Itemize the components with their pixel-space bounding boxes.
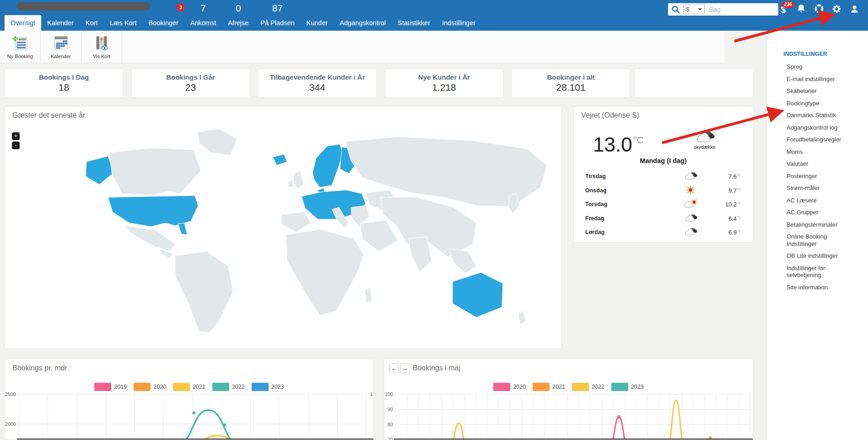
tab-label: Statistikker	[398, 19, 430, 27]
settings-menu-item-ac-grupper[interactable]: AC Grupper	[787, 209, 858, 216]
forecast-day: Onsdag	[585, 187, 607, 194]
stat-card-title: Nye Kunder i År	[385, 73, 503, 81]
tab-adgangskontrol[interactable]: Adgangskontrol	[334, 15, 392, 31]
forecast-row-fredag: Fredag6.4°C	[574, 212, 753, 226]
new-booking-icon	[11, 35, 29, 52]
tab-label: Kort	[86, 19, 98, 27]
tab-statistikker[interactable]: Statistikker	[392, 15, 436, 31]
tab-label: Læs Kort	[110, 19, 137, 27]
bookings-in-may-panel: ← → Bookings i maj 2020202120222023 1009…	[384, 359, 753, 440]
tab-kalender[interactable]: Kalender	[41, 15, 80, 31]
view-map-button[interactable]: Vis Kort	[81, 31, 122, 63]
sunny-weather-icon	[682, 185, 699, 196]
world-map[interactable]	[14, 129, 554, 344]
settings-menu-item-str-m-m-ler[interactable]: Strøm-måler	[787, 185, 858, 192]
stat-card-title: Bookings I Dag	[5, 73, 123, 81]
tab-p-pladsen[interactable]: På Pladsen87	[254, 15, 300, 31]
svg-text:100: 100	[385, 391, 393, 397]
bookings-per-month-panel: Bookings pr. mdr 20192020202120222023 25…	[5, 359, 374, 440]
stat-card-bookinger-i-alt: Bookinger i alt28.101	[512, 69, 630, 98]
stat-card-value: 23	[132, 82, 249, 93]
settings-menu-item-danmarks-statistik[interactable]: Danmarks Statistik	[787, 112, 858, 119]
stat-card-title: Bookings I Går	[132, 73, 249, 81]
stat-card-value: 344	[259, 82, 376, 93]
settings-menu-title: INDSTILLINGER	[783, 51, 868, 57]
forecast-day: Tirsdag	[585, 173, 606, 179]
svg-text:70: 70	[388, 437, 393, 440]
svg-text:1: 1	[370, 391, 373, 397]
new-booking-button[interactable]: Ny Booking	[0, 31, 41, 63]
settings-menu-item-indstillinger-for-selvbetjening[interactable]: Indstillinger for selvbetjening	[787, 265, 858, 279]
tab-label: Oversigt	[11, 19, 35, 27]
settings-dropdown-panel: INDSTILLINGER SprogE-mail indstillingerS…	[767, 31, 868, 440]
settings-menu-item-e-mail-indstillinger[interactable]: E-mail indstillinger	[787, 76, 858, 83]
settings-menu-item-site-information[interactable]: Site information	[787, 284, 858, 291]
cloudy-weather-icon	[682, 171, 699, 182]
forecast-row-tirsdag: Tirsdag7.6°C	[574, 169, 753, 184]
search-icon	[671, 5, 680, 14]
tab-counter-ankomst: 7	[200, 0, 206, 16]
search-placeholder: Søg	[709, 6, 721, 13]
forecast-temp: 9.7°C	[728, 187, 741, 194]
notifications-bell-icon[interactable]	[796, 4, 806, 16]
map-title: Gæster det seneste år	[12, 111, 85, 120]
cloudy-weather-icon	[682, 227, 699, 238]
svg-text:2000: 2000	[5, 421, 16, 427]
current-temperature: 13.0°C	[593, 133, 643, 156]
tab-label: Ankomst	[190, 19, 216, 27]
settings-menu-item-valutaer[interactable]: Valutaer	[787, 160, 858, 168]
tab-l-s-kort[interactable]: Læs Kort	[104, 15, 143, 31]
stat-card-empty	[635, 69, 753, 98]
tab-label: Adgangskontrol	[340, 19, 386, 27]
calendar-button[interactable]: Kalender	[41, 31, 81, 63]
settings-menu-item-moms[interactable]: Moms	[787, 148, 858, 156]
stat-card-bookings-i-dag: Bookings I Dag18	[5, 69, 123, 98]
settings-menu-item-online-booking-indstillinger[interactable]: Online Booking Indstillinger	[787, 233, 858, 247]
stat-card-title: Bookinger i alt	[512, 73, 630, 81]
tab-ankomst[interactable]: Ankomst7	[184, 15, 222, 31]
svg-text:2500: 2500	[5, 391, 16, 397]
view-map-label: Vis Kort	[93, 54, 110, 59]
settings-menu-item-sprog[interactable]: Sprog	[787, 63, 858, 71]
guests-map-panel: Gæster det seneste år + -	[5, 106, 562, 349]
settings-menu-item-betalingsterminaler[interactable]: Betalingsterminaler	[787, 221, 858, 228]
partly-weather-icon	[682, 199, 699, 210]
user-profile-icon[interactable]	[849, 4, 860, 16]
tab-label: Afrejse	[228, 19, 248, 27]
calendar-icon	[52, 35, 70, 52]
tab-bookinger[interactable]: Bookinger3	[142, 15, 184, 31]
help-lifering-icon[interactable]	[814, 4, 824, 16]
tab-afrejse[interactable]: Afrejse0	[222, 15, 254, 31]
forecast-temp: 7.6°C	[728, 173, 741, 180]
settings-menu-item-ob-lite-indstillinger[interactable]: OB Lite indstillinger	[787, 252, 858, 260]
bookings-in-may-chart: 1009080701	[384, 359, 753, 440]
stat-card-value: 28.101	[512, 82, 630, 93]
settings-menu-item-ac-l-sere[interactable]: AC Læsere	[787, 197, 858, 204]
settings-menu-item-forudbetalingsregler[interactable]: Forudbetalingsregler	[787, 136, 858, 143]
stat-card-value: 1.218	[385, 82, 503, 93]
payments-icon[interactable]: $ 236	[778, 4, 788, 15]
stat-card-tilbagevendende-kunder-i-r: Tilbagevendende Kunder i År344	[258, 69, 377, 98]
top-header: OversigtKalenderKortLæs KortBookinger3An…	[0, 0, 868, 31]
settings-menu-item-adgangskontrol-log[interactable]: Adgangskontrol log	[787, 124, 858, 131]
current-weather-icon: skydække	[687, 130, 722, 150]
global-search[interactable]: S Søg	[668, 3, 778, 16]
tab-kort[interactable]: Kort	[80, 15, 104, 31]
tab-label: Indstillinger	[442, 19, 475, 27]
cloudy-weather-icon	[682, 213, 699, 224]
tab-counter-bookinger: 3	[177, 3, 185, 11]
new-booking-label: Ny Booking	[7, 54, 33, 59]
settings-gear-icon[interactable]	[831, 4, 842, 16]
site-name-redacted	[16, 2, 150, 11]
tab-kunder[interactable]: Kunder	[301, 15, 334, 31]
weather-panel: Vejret (Odense S) 13.0°C skydække Mandag…	[573, 106, 753, 243]
search-scope-select[interactable]: S	[683, 5, 705, 14]
settings-menu-item-skabeloner[interactable]: Skabeloner	[787, 87, 858, 95]
settings-menu-item-bookingtype[interactable]: Bookingtype	[787, 100, 858, 107]
tab-oversigt[interactable]: Oversigt	[5, 15, 41, 31]
settings-menu-item-posteringer[interactable]: Posteringer	[787, 173, 858, 180]
forecast-day: Lørdag	[585, 229, 604, 235]
tab-indstillinger[interactable]: Indstillinger	[436, 15, 481, 31]
tab-label: Kunder	[307, 19, 328, 27]
svg-text:80: 80	[388, 422, 393, 427]
